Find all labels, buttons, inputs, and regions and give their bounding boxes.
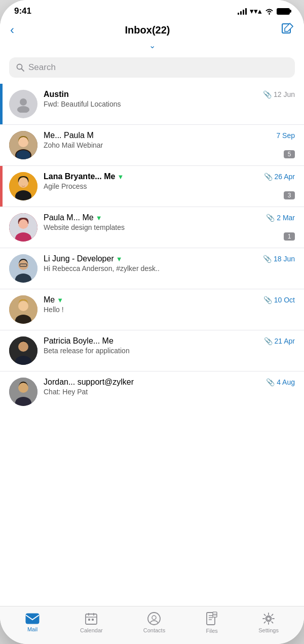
email-sender: Li Jung - Developer ▼ (44, 254, 123, 263)
list-item[interactable]: Austin 📎 12 Jun Fwd: Beautiful Locations (0, 84, 304, 125)
svg-rect-35 (26, 614, 39, 624)
mail-icon (25, 613, 40, 624)
email-list: Austin 📎 12 Jun Fwd: Beautiful Locations (0, 84, 304, 577)
tab-mail[interactable]: Mail (25, 613, 40, 632)
paperclip-icon: 📎 (266, 378, 275, 386)
svg-rect-41 (92, 619, 94, 621)
email-content: Jordan... support@zylker 📎 4 Aug Chat: H… (44, 378, 295, 396)
svg-point-34 (19, 383, 28, 392)
email-sender: Patricia Boyle... Me (44, 336, 113, 346)
email-date: 📎 4 Aug (266, 378, 295, 386)
header: ‹ Inbox(22) (0, 18, 304, 40)
paperclip-icon: 📎 (266, 214, 275, 222)
svg-point-9 (19, 138, 28, 147)
avatar (9, 254, 37, 283)
tab-mail-label: Mail (27, 626, 37, 632)
email-date: 7 Sep (276, 131, 295, 140)
list-item[interactable]: Me ▼ 📎 10 Oct Hello ! (0, 289, 304, 330)
svg-point-17 (19, 219, 28, 228)
list-item[interactable]: Lana Bryante... Me ▼ 📎 26 Apr Agile Proc… (0, 166, 304, 207)
search-bar-container: Search (0, 54, 304, 84)
paperclip-icon: 📎 (263, 296, 272, 304)
email-content: Li Jung - Developer ▼ 📎 18 Jun Hi Rebecc… (44, 254, 295, 273)
wifi-icon-svg (265, 8, 274, 15)
email-subject: Agile Process (44, 182, 295, 190)
email-sender: Jordan... support@zylker (44, 378, 134, 387)
avatar (9, 172, 37, 200)
avatar (9, 131, 37, 159)
search-icon (16, 63, 24, 72)
email-content: Me... Paula M 7 Sep Zoho Mail Webinar 5 (44, 131, 295, 158)
page-title: Inbox(22) (125, 24, 170, 36)
svg-point-26 (19, 301, 28, 311)
email-sender: Lana Bryante... Me ▼ (44, 172, 124, 181)
email-sender: Paula M... Me ▼ (44, 213, 102, 222)
email-sender: Me ▼ (44, 295, 63, 304)
email-sender: Me... Paula M (44, 131, 94, 140)
filter-chevron[interactable]: ⌄ (0, 40, 304, 54)
email-content: Lana Bryante... Me ▼ 📎 26 Apr Agile Proc… (44, 172, 295, 199)
email-content: Patricia Boyle... Me 📎 21 Apr Beta relea… (44, 336, 295, 355)
avatar (9, 378, 37, 406)
email-date: 📎 2 Mar (266, 214, 295, 222)
svg-point-43 (152, 616, 156, 620)
back-button[interactable]: ‹ (10, 23, 14, 37)
email-subject: Chat: Hey Pat (44, 388, 295, 396)
svg-point-51 (267, 617, 271, 621)
tab-calendar-label: Calendar (80, 627, 103, 633)
flag-icon: ▼ (96, 214, 102, 222)
email-date: 📎 12 Jun (263, 90, 295, 98)
avatar (9, 295, 37, 324)
avatar (9, 213, 37, 242)
email-content: Me ▼ 📎 10 Oct Hello ! (44, 295, 295, 314)
tab-settings[interactable]: Settings (258, 612, 279, 633)
search-bar[interactable]: Search (9, 57, 295, 78)
avatar (9, 336, 37, 365)
tab-contacts-label: Contacts (143, 627, 165, 633)
list-item[interactable]: Li Jung - Developer ▼ 📎 18 Jun Hi Rebecc… (0, 248, 304, 289)
list-item[interactable]: Paula M... Me ▼ 📎 2 Mar Website design t… (0, 207, 304, 248)
list-item[interactable]: Me... Paula M 7 Sep Zoho Mail Webinar 5 (0, 125, 304, 166)
svg-point-30 (19, 342, 28, 351)
search-input[interactable]: Search (28, 62, 56, 73)
email-subject: Beta release for application (44, 347, 295, 355)
signal-icon (238, 8, 247, 15)
bottom-tab-bar: Mail Calendar Contacts (0, 606, 304, 644)
compose-button[interactable] (281, 22, 294, 38)
tab-calendar[interactable]: Calendar (80, 612, 103, 633)
svg-point-4 (17, 106, 29, 113)
thread-count: 5 (284, 150, 295, 158)
paperclip-icon: 📎 (264, 173, 273, 181)
phone-frame: 9:41 ▾▾▴ ‹ Inbox(22) (0, 0, 304, 644)
thread-count: 1 (284, 232, 295, 241)
tab-files[interactable]: Files (206, 612, 218, 634)
contacts-icon (147, 612, 161, 625)
status-icons: ▾▾▴ (238, 7, 290, 16)
tab-contacts[interactable]: Contacts (143, 612, 165, 633)
svg-rect-40 (88, 619, 90, 621)
email-subject: Hello ! (44, 306, 295, 314)
email-date: 📎 10 Oct (263, 296, 295, 304)
calendar-icon (85, 612, 98, 625)
files-icon (206, 612, 218, 626)
svg-line-2 (22, 69, 24, 72)
email-content: Austin 📎 12 Jun Fwd: Beautiful Locations (44, 90, 295, 108)
paperclip-icon: 📎 (264, 337, 273, 345)
email-subject: Website design templates (44, 223, 295, 231)
flag-icon: ▼ (116, 255, 123, 263)
svg-point-13 (19, 178, 28, 187)
settings-icon (262, 612, 275, 625)
email-date: 📎 21 Apr (264, 337, 295, 345)
wifi-icon: ▾▾▴ (250, 7, 262, 16)
battery-icon (277, 8, 290, 15)
flag-icon: ▼ (117, 173, 124, 181)
svg-point-3 (20, 98, 27, 106)
chevron-down-icon: ⌄ (149, 41, 156, 50)
list-item[interactable]: Patricia Boyle... Me 📎 21 Apr Beta relea… (0, 330, 304, 371)
avatar (9, 90, 37, 118)
status-time: 9:41 (14, 6, 31, 16)
email-subject: Fwd: Beautiful Locations (44, 100, 295, 108)
email-date: 📎 18 Jun (263, 255, 295, 263)
list-item[interactable]: Jordan... support@zylker 📎 4 Aug Chat: H… (0, 371, 304, 412)
svg-rect-36 (86, 614, 97, 624)
